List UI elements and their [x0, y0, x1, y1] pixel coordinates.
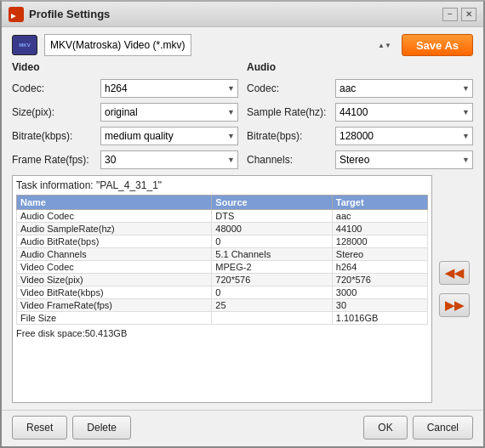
video-size-row: Size(pix): original [12, 102, 238, 122]
table-row: Video FrameRate(fps)2530 [17, 299, 428, 312]
free-disk-space: Free disk space:50.413GB [16, 328, 428, 338]
col-name: Name [17, 196, 212, 210]
video-section-title: Video [12, 61, 238, 73]
video-framerate-select-wrapper: 30 [100, 150, 238, 169]
audio-channels-select[interactable]: Stereo [335, 150, 473, 169]
table-row: Audio Channels5.1 ChannelsStereo [17, 248, 428, 261]
bottom-right-buttons: OK Cancel [363, 416, 473, 439]
table-row: Video CodecMPEG-2h264 [17, 261, 428, 274]
audio-samplerate-label: Sample Rate(hz): [247, 106, 332, 118]
video-size-select-wrapper: original [100, 103, 238, 122]
audio-codec-label: Codec: [247, 82, 332, 94]
format-row: MKV MKV(Matroska) Video (*.mkv) document… [12, 34, 473, 56]
table-row: Video BitRate(kbps)03000 [17, 286, 428, 299]
audio-codec-select[interactable]: aac [335, 79, 473, 98]
video-framerate-select[interactable]: 30 [100, 150, 238, 169]
bottom-left-buttons: Reset Delete [12, 416, 131, 439]
table-area: Task information: "PAL_4_31_1" Name Sour… [12, 175, 432, 403]
table-row: Audio BitRate(bps)0128000 [17, 235, 428, 248]
task-table: Name Source Target Audio CodecDTSaacAudi… [16, 195, 428, 325]
audio-codec-row: Codec: aac [247, 78, 473, 99]
rewind-button[interactable]: ◀◀ [439, 261, 470, 285]
audio-samplerate-row: Sample Rate(hz): 44100 [247, 102, 473, 122]
video-bitrate-label: Bitrate(kbps): [12, 130, 97, 142]
task-info-label: Task information: "PAL_4_31_1" [16, 179, 428, 191]
mkv-icon: MKV [12, 35, 37, 55]
reset-button[interactable]: Reset [12, 416, 67, 439]
video-size-label: Size(pix): [12, 106, 97, 118]
app-icon: ▶ [9, 7, 24, 22]
video-bitrate-select[interactable]: medium quality [100, 127, 238, 145]
video-codec-select-wrapper: h264 [100, 79, 238, 98]
content-area: MKV MKV(Matroska) Video (*.mkv) document… [2, 27, 483, 410]
save-as-button[interactable]: Save As [402, 34, 473, 56]
audio-settings: Audio Codec: aac Sample Rate(hz): 44100 [247, 61, 473, 170]
close-button[interactable]: ✕ [461, 8, 476, 21]
table-row: Video Size(pix)720*576720*576 [17, 274, 428, 286]
window-controls: − ✕ [442, 8, 476, 21]
main-middle: Task information: "PAL_4_31_1" Name Sour… [12, 175, 473, 403]
right-arrows-panel: ◀◀ ▶▶ [436, 175, 473, 403]
delete-button[interactable]: Delete [72, 416, 131, 439]
bottom-bar: Reset Delete OK Cancel [2, 410, 483, 446]
audio-channels-row: Channels: Stereo [247, 150, 473, 170]
audio-bitrate-select-wrapper: 128000 [335, 127, 473, 145]
video-codec-label: Codec: [12, 82, 97, 94]
cancel-button[interactable]: Cancel [413, 416, 473, 439]
video-framerate-row: Frame Rate(fps): 30 [12, 150, 238, 170]
main-window: ▶ Profile Settings − ✕ MKV MKV(Matroska)… [0, 0, 485, 448]
table-row: Audio SampleRate(hz)4800044100 [17, 223, 428, 235]
video-settings: Video Codec: h264 Size(pix): original [12, 61, 238, 170]
video-codec-row: Codec: h264 [12, 78, 238, 99]
video-bitrate-row: Bitrate(kbps): medium quality [12, 126, 238, 146]
table-header-row: Name Source Target [17, 196, 428, 210]
audio-channels-select-wrapper: Stereo [335, 150, 473, 169]
window-title: Profile Settings [29, 8, 442, 20]
title-bar: ▶ Profile Settings − ✕ [2, 2, 483, 27]
audio-samplerate-select[interactable]: 44100 [335, 103, 473, 122]
audio-channels-label: Channels: [247, 154, 332, 166]
audio-codec-select-wrapper: aac [335, 79, 473, 98]
audio-bitrate-row: Bitrate(bps): 128000 [247, 126, 473, 146]
video-size-select[interactable]: original [100, 103, 238, 122]
audio-bitrate-label: Bitrate(bps): [247, 130, 332, 142]
video-codec-select[interactable]: h264 [100, 79, 238, 98]
audio-samplerate-select-wrapper: 44100 [335, 103, 473, 122]
video-bitrate-select-wrapper: medium quality [100, 127, 238, 145]
format-select-wrapper: MKV(Matroska) Video (*.mkv) document.que… [44, 34, 395, 56]
audio-section-title: Audio [247, 61, 473, 73]
forward-button[interactable]: ▶▶ [439, 293, 470, 317]
ok-button[interactable]: OK [363, 416, 407, 439]
format-select[interactable]: MKV(Matroska) Video (*.mkv) [44, 34, 191, 56]
audio-bitrate-select[interactable]: 128000 [335, 127, 473, 145]
table-row: File Size1.1016GB [17, 312, 428, 325]
col-source: Source [212, 196, 332, 210]
minimize-button[interactable]: − [442, 8, 458, 21]
settings-row: Video Codec: h264 Size(pix): original [12, 61, 473, 170]
video-framerate-label: Frame Rate(fps): [12, 154, 97, 166]
col-target: Target [332, 196, 427, 210]
table-row: Audio CodecDTSaac [17, 210, 428, 223]
